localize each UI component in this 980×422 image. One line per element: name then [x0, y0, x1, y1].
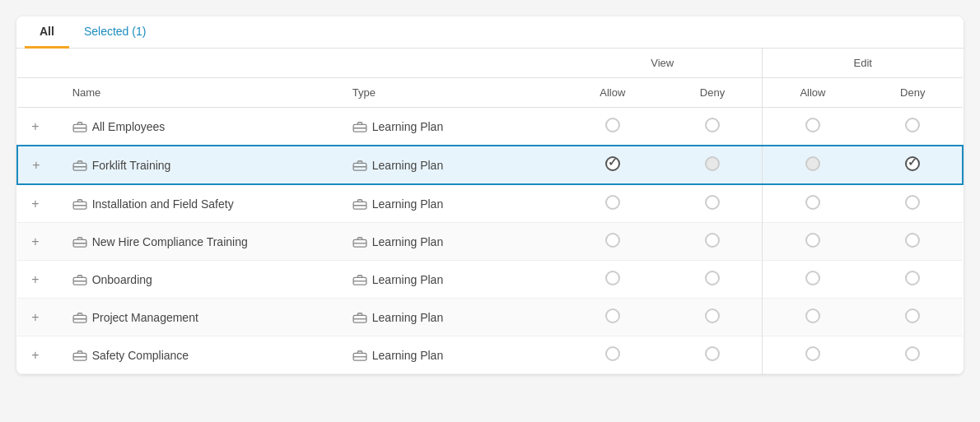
- expand-button[interactable]: +: [27, 310, 44, 325]
- main-container: AllSelected (1) View Edit Name Type Allo…: [16, 16, 964, 374]
- edit-deny-cell: [862, 184, 963, 223]
- table-wrapper: View Edit Name Type Allow Deny Allow Den…: [16, 49, 964, 374]
- th-view-allow: Allow: [562, 78, 662, 108]
- table-row: + All Employees Learning Plan: [17, 108, 963, 146]
- type-cell: Learning Plan: [343, 108, 562, 146]
- row-type: Learning Plan: [372, 235, 443, 248]
- vd-1-radio[interactable]: [705, 118, 720, 132]
- type-briefcase-icon: [352, 121, 367, 132]
- edit-deny-cell: [862, 299, 963, 336]
- briefcase-icon: [72, 350, 87, 361]
- row-type: Learning Plan: [372, 311, 443, 324]
- type-briefcase-icon: [352, 236, 367, 248]
- vd-4-radio[interactable]: [705, 233, 720, 248]
- edit-allow-cell: [763, 146, 862, 184]
- vd-3-radio[interactable]: [705, 195, 720, 210]
- va-6-radio[interactable]: [605, 308, 620, 323]
- row-name: Onboarding: [92, 273, 152, 286]
- th-name: [63, 49, 343, 78]
- briefcase-icon: [72, 312, 87, 323]
- th-type: [343, 49, 562, 78]
- ea-6-radio[interactable]: [805, 308, 820, 323]
- expand-button[interactable]: +: [28, 158, 44, 173]
- view-deny-cell: [663, 108, 763, 146]
- type-cell: Learning Plan: [343, 299, 562, 336]
- row-name: Forklift Training: [92, 159, 171, 172]
- view-deny-cell: [663, 223, 763, 261]
- ea-7-radio[interactable]: [805, 346, 820, 361]
- vd-5-radio[interactable]: [705, 271, 720, 285]
- type-briefcase-icon: [352, 198, 367, 210]
- vd-2-radio[interactable]: [705, 156, 720, 171]
- view-deny-cell: [663, 336, 763, 374]
- expand-button[interactable]: +: [27, 272, 44, 287]
- ea-4-radio[interactable]: [805, 233, 820, 248]
- ea-2-radio[interactable]: [805, 156, 820, 171]
- view-allow-cell: [562, 261, 662, 299]
- expand-cell: +: [17, 146, 63, 184]
- permissions-table: View Edit Name Type Allow Deny Allow Den…: [16, 49, 964, 374]
- type-cell: Learning Plan: [343, 146, 562, 184]
- va-4-radio[interactable]: [605, 233, 620, 248]
- row-name: New Hire Compliance Training: [92, 235, 248, 248]
- expand-button[interactable]: +: [27, 348, 44, 363]
- va-7-radio[interactable]: [605, 346, 620, 361]
- ed-3-radio[interactable]: [905, 195, 920, 210]
- type-briefcase-icon: [352, 160, 367, 171]
- tab-bar: AllSelected (1): [16, 16, 964, 49]
- th-view-deny: Deny: [663, 78, 763, 108]
- va-5-radio[interactable]: [605, 271, 620, 285]
- name-cell: New Hire Compliance Training: [63, 223, 343, 261]
- briefcase-icon: [72, 198, 87, 210]
- th-edit-allow: Allow: [763, 78, 862, 108]
- ed-7-radio[interactable]: [905, 346, 920, 361]
- th-type-sub: Type: [343, 78, 562, 108]
- th-view-group: View: [562, 49, 763, 78]
- expand-button[interactable]: +: [27, 197, 44, 211]
- ed-5-radio[interactable]: [905, 271, 920, 285]
- view-allow-cell: [562, 299, 662, 336]
- vd-7-radio[interactable]: [705, 346, 720, 361]
- th-name-sub: Name: [63, 78, 343, 108]
- table-row: + New Hire Compliance Training Learning …: [17, 223, 963, 261]
- expand-button[interactable]: +: [27, 234, 44, 249]
- expand-cell: +: [17, 299, 63, 336]
- ed-2-radio[interactable]: [905, 156, 920, 171]
- view-deny-cell: [663, 184, 763, 223]
- column-group-header: View Edit: [17, 49, 963, 78]
- vd-6-radio[interactable]: [705, 308, 720, 323]
- tab-selected[interactable]: Selected (1): [69, 16, 161, 49]
- name-cell: Project Management: [63, 299, 343, 336]
- row-name: Safety Compliance: [92, 349, 189, 362]
- expand-cell: +: [17, 184, 63, 223]
- view-deny-cell: [663, 146, 763, 184]
- type-briefcase-icon: [352, 312, 367, 323]
- expand-button[interactable]: +: [27, 119, 44, 134]
- edit-deny-cell: [862, 146, 963, 184]
- row-type: Learning Plan: [372, 273, 443, 286]
- ea-1-radio[interactable]: [805, 118, 820, 132]
- th-expand-sub: [17, 78, 63, 108]
- edit-allow-cell: [763, 108, 862, 146]
- va-2-radio[interactable]: [605, 156, 620, 171]
- va-3-radio[interactable]: [605, 195, 620, 210]
- va-1-radio[interactable]: [605, 118, 620, 132]
- ea-3-radio[interactable]: [805, 195, 820, 210]
- th-edit-deny: Deny: [862, 78, 963, 108]
- edit-deny-cell: [862, 223, 963, 261]
- expand-cell: +: [17, 108, 63, 146]
- ed-1-radio[interactable]: [905, 118, 920, 132]
- tab-all[interactable]: All: [25, 16, 69, 49]
- edit-allow-cell: [763, 184, 862, 223]
- ed-4-radio[interactable]: [905, 233, 920, 248]
- view-allow-cell: [562, 108, 662, 146]
- view-deny-cell: [663, 261, 763, 299]
- expand-cell: +: [17, 223, 63, 261]
- row-name: All Employees: [92, 120, 166, 133]
- edit-allow-cell: [763, 299, 862, 336]
- ea-5-radio[interactable]: [805, 271, 820, 285]
- edit-allow-cell: [763, 223, 862, 261]
- type-briefcase-icon: [352, 350, 367, 361]
- row-name: Project Management: [92, 311, 198, 324]
- ed-6-radio[interactable]: [905, 308, 920, 323]
